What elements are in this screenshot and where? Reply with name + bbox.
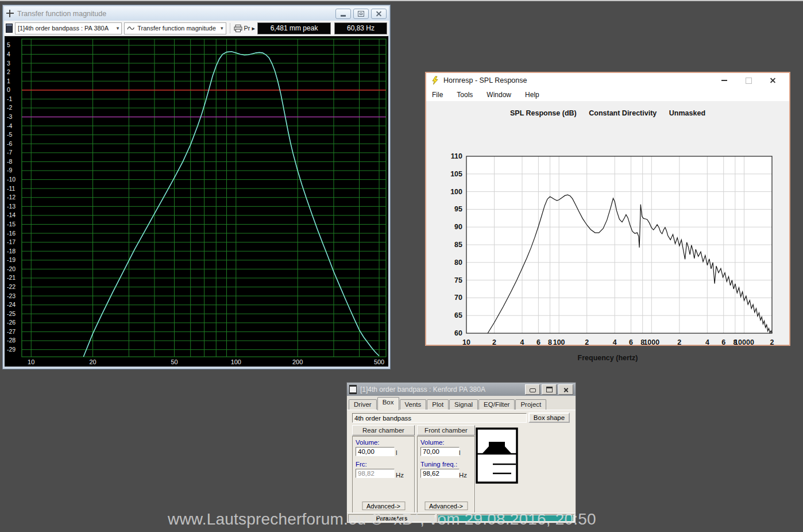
svg-text:-4: -4 [7, 123, 12, 129]
tab-vents[interactable]: Vents [400, 399, 427, 410]
svg-text:-28: -28 [7, 338, 16, 344]
rear-chamber-panel: Volume: l Frc: Hz Advanced-> [352, 436, 415, 514]
view-select[interactable]: Transfer function magnitude ▾ [124, 22, 226, 34]
maximize-button[interactable] [736, 74, 760, 87]
tf-toolbar: [1]4th order bandpass : PA 380A ▾ Transf… [4, 21, 389, 36]
transfer-function-chart: 543210-1-2-3-4-5-6-7-8-9-10-11-12-13-14-… [5, 36, 388, 367]
maximize-icon [358, 11, 364, 17]
project-select-value: [1]4th order bandpass : PA 380A [18, 25, 114, 32]
bandpass-window: [1]4th order bandpass : Kenford PA 380A … [346, 382, 576, 523]
bandpass-titlebar[interactable]: [1]4th order bandpass : Kenford PA 380A [347, 383, 576, 396]
frc-unit: Hz [396, 472, 404, 479]
svg-text:105: 105 [450, 170, 462, 178]
svg-text:-16: -16 [7, 230, 16, 237]
svg-text:100: 100 [450, 188, 462, 196]
svg-text:1000: 1000 [643, 338, 659, 346]
svg-text:-29: -29 [7, 346, 16, 353]
svg-text:-12: -12 [7, 194, 16, 201]
restore-button[interactable] [542, 384, 557, 395]
tab-plot[interactable]: Plot [427, 399, 449, 410]
minimize-icon [341, 15, 346, 17]
menu-help[interactable]: Help [525, 91, 539, 99]
svg-text:-18: -18 [7, 248, 16, 255]
chevron-right-icon: ▸ [252, 25, 256, 32]
tab-box[interactable]: Box [377, 397, 399, 410]
tab-eq-filter[interactable]: EQ/Filter [478, 399, 515, 410]
menu-tools[interactable]: Tools [457, 91, 473, 99]
bandpass-tabs: Driver Box Vents Plot Signal EQ/Filter P… [347, 396, 576, 410]
svg-text:2: 2 [770, 338, 774, 346]
frequency-axis-label: Frequency (hertz) [426, 354, 789, 362]
front-chamber-panel: Volume: l Tuning freq.: Hz Advanced-> [417, 436, 475, 514]
tab-signal[interactable]: Signal [449, 399, 478, 410]
close-button[interactable] [371, 9, 387, 19]
svg-text:70: 70 [454, 294, 462, 302]
maximize-icon [746, 78, 752, 84]
rear-chamber-header[interactable]: Rear chamber [352, 425, 415, 435]
printer-icon [234, 25, 242, 32]
close-button[interactable] [760, 74, 785, 87]
crosshair-icon [6, 10, 14, 17]
rear-volume-input[interactable] [356, 447, 395, 456]
svg-text:-2: -2 [7, 105, 12, 111]
chevron-down-icon: ▾ [117, 25, 119, 31]
svg-text:3: 3 [7, 60, 10, 67]
spl-chart-header: SPL Response (dB) Constant Directivity U… [426, 109, 789, 117]
restore-icon [546, 387, 553, 392]
screen-top-edge [0, 0, 803, 1]
svg-text:0: 0 [7, 87, 10, 93]
svg-text:65: 65 [454, 311, 462, 319]
svg-text:-22: -22 [7, 284, 16, 290]
menu-file[interactable]: File [432, 91, 443, 99]
hornresp-titlebar[interactable]: Hornresp - SPL Response [426, 73, 789, 88]
box-shape-diagram [476, 427, 518, 484]
rear-volume-unit: l [396, 449, 397, 456]
chart-mode-directivity: Constant Directivity [589, 109, 657, 117]
front-volume-input[interactable] [420, 447, 460, 456]
tuning-freq-label: Tuning freq.: [420, 461, 457, 468]
screen: Transfer function magnitude [1]4th order… [0, 0, 803, 532]
menu-window[interactable]: Window [487, 91, 511, 99]
maximize-button[interactable] [353, 9, 369, 19]
tuning-freq-input[interactable] [420, 469, 460, 478]
svg-text:20: 20 [89, 358, 96, 365]
minimize-icon [721, 80, 727, 81]
box-shape-button[interactable]: Box shape [528, 413, 570, 423]
tf-window-title: Transfer function magnitude [17, 10, 333, 18]
lightning-icon [431, 76, 439, 85]
svg-text:-19: -19 [7, 257, 16, 263]
minimize-button[interactable] [712, 74, 736, 87]
svg-text:110: 110 [451, 152, 462, 160]
rear-advanced-button[interactable]: Advanced-> [362, 502, 405, 510]
tf-titlebar[interactable]: Transfer function magnitude [4, 6, 389, 21]
print-button[interactable]: Pr ▸ [234, 25, 256, 32]
svg-text:-13: -13 [7, 203, 16, 210]
front-advanced-button[interactable]: Advanced-> [424, 502, 468, 510]
close-button[interactable] [558, 384, 573, 395]
svg-text:-5: -5 [7, 132, 12, 138]
hornresp-body: SPL Response (dB) Constant Directivity U… [426, 101, 789, 345]
minimize-button[interactable] [525, 384, 540, 395]
tab-driver[interactable]: Driver [349, 399, 377, 410]
front-chamber-header[interactable]: Front chamber [417, 425, 475, 435]
svg-text:4: 4 [520, 338, 524, 346]
project-select[interactable]: [1]4th order bandpass : PA 380A ▾ [15, 22, 122, 34]
svg-text:60: 60 [454, 329, 462, 337]
svg-text:80: 80 [454, 259, 462, 267]
tab-project[interactable]: Project [515, 399, 546, 410]
svg-text:4: 4 [7, 51, 10, 57]
transfer-function-plot[interactable]: 543210-1-2-3-4-5-6-7-8-9-10-11-12-13-14-… [5, 36, 388, 367]
close-icon [563, 387, 569, 392]
enclosure-outline [477, 429, 517, 483]
minimize-button[interactable] [335, 9, 351, 19]
document-icon [349, 385, 357, 394]
bandpass-box-page: Box shape Rear chamber Front chamber Vol… [347, 410, 576, 512]
project-window-icon [6, 24, 13, 33]
svg-text:75: 75 [454, 276, 462, 284]
svg-text:100: 100 [553, 338, 565, 346]
frc-input[interactable] [356, 469, 395, 478]
svg-text:-21: -21 [7, 275, 16, 281]
svg-text:2: 2 [585, 338, 589, 346]
box-name-input[interactable] [352, 413, 527, 423]
svg-text:8: 8 [548, 338, 552, 346]
